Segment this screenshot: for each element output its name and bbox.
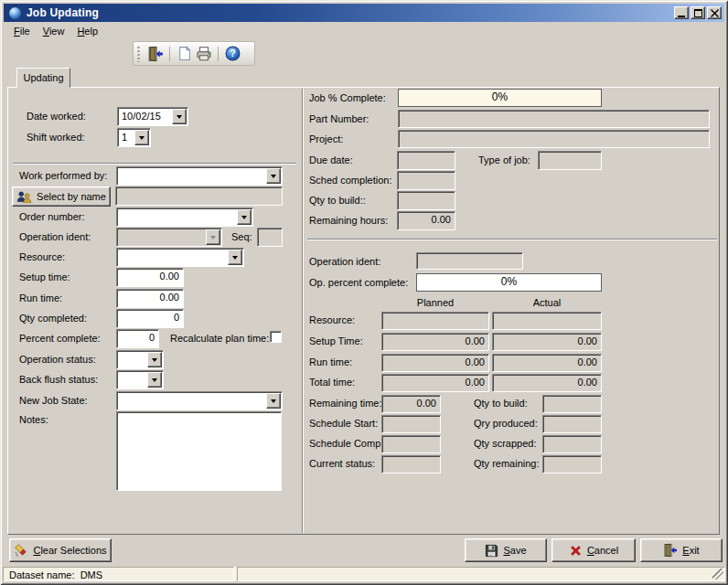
clear-selections-button[interactable]: Clear Selections bbox=[9, 538, 112, 562]
close-button[interactable] bbox=[707, 6, 722, 19]
work-performed-by-combo[interactable] bbox=[116, 166, 283, 186]
qty-to-build-field bbox=[397, 191, 455, 210]
printer-icon bbox=[196, 46, 212, 62]
exit-button[interactable]: Exit bbox=[640, 538, 723, 562]
chevron-down-icon[interactable] bbox=[237, 209, 252, 225]
save-button[interactable]: Save bbox=[465, 538, 547, 562]
setup-time-planned-field: 0.00 bbox=[381, 333, 489, 351]
seq-field bbox=[257, 228, 283, 247]
resource-actual-field bbox=[492, 312, 602, 330]
op-percent-complete-value: 0% bbox=[416, 273, 602, 292]
resource-combo[interactable] bbox=[116, 248, 244, 267]
chevron-down-icon[interactable] bbox=[266, 393, 281, 409]
percent-complete-field[interactable]: 0 bbox=[116, 329, 159, 348]
qry-produced-label: Qry produced: bbox=[474, 418, 538, 430]
exit-toolbar-button[interactable] bbox=[145, 44, 166, 64]
chevron-down-icon[interactable] bbox=[172, 109, 187, 124]
recalculate-plan-time-label: Recalculate plan time: bbox=[170, 333, 269, 345]
new-document-button[interactable] bbox=[174, 44, 194, 64]
order-number-combo[interactable] bbox=[116, 207, 253, 227]
cancel-x-icon bbox=[569, 544, 583, 558]
run-time-planned-field: 0.00 bbox=[381, 354, 489, 372]
chevron-down-icon[interactable] bbox=[147, 352, 162, 367]
actual-column-header: Actual bbox=[492, 297, 602, 309]
job-updating-window: Job Updating File View Help bbox=[0, 0, 728, 585]
run-time-actual-field: 0.00 bbox=[492, 354, 602, 372]
qty-scrapped-label: Qty scrapped: bbox=[474, 438, 536, 450]
help-icon: ? bbox=[225, 46, 241, 61]
run-time-label: Run time: bbox=[19, 292, 62, 304]
notes-textarea[interactable] bbox=[116, 411, 282, 491]
tab-updating[interactable]: Updating bbox=[16, 68, 70, 88]
operation-ident-label: Operation ident: bbox=[19, 231, 91, 243]
right-divider bbox=[307, 239, 717, 240]
shift-worked-combo[interactable]: 1 bbox=[117, 128, 151, 147]
total-time-label: Total time: bbox=[309, 377, 355, 388]
chevron-down-icon bbox=[206, 229, 220, 245]
date-worked-combo[interactable]: 10/02/15 bbox=[117, 107, 188, 126]
statusbar-dataset-panel: Dataset name: DMS bbox=[3, 567, 234, 581]
qty-completed-field[interactable]: 0 bbox=[116, 309, 184, 328]
print-button[interactable] bbox=[194, 44, 214, 64]
qty-to-build2-label: Qty to build: bbox=[474, 398, 528, 410]
recalculate-plan-time-checkbox[interactable] bbox=[270, 331, 282, 343]
new-document-icon bbox=[177, 46, 192, 61]
qty-remaining-field bbox=[542, 455, 602, 473]
schedule-start-field bbox=[381, 415, 441, 433]
type-of-job-field bbox=[538, 151, 602, 170]
qty-remaining-label: Qty remaining: bbox=[474, 458, 540, 470]
planned-column-header: Planned bbox=[381, 297, 489, 309]
operation-ident-combo bbox=[116, 228, 222, 247]
new-job-state-combo[interactable] bbox=[116, 391, 283, 410]
resource-planned-field bbox=[381, 312, 489, 330]
op-percent-complete-label: Op. percent complete: bbox=[309, 277, 408, 289]
schedule-comp-label: Schedule Comp: bbox=[309, 438, 383, 450]
maximize-icon bbox=[694, 9, 702, 17]
window-title: Job Updating bbox=[27, 6, 99, 19]
chevron-down-icon[interactable] bbox=[266, 168, 281, 184]
op-ident-field bbox=[416, 252, 523, 270]
op-ident-label: Operation ident: bbox=[309, 256, 380, 268]
order-number-label: Order number: bbox=[19, 211, 85, 223]
exit-door-icon bbox=[147, 46, 164, 62]
minimize-button[interactable] bbox=[674, 6, 689, 19]
sched-completion-field bbox=[397, 171, 455, 190]
operation-status-combo[interactable] bbox=[116, 350, 164, 369]
exit-door-icon bbox=[663, 543, 678, 558]
menu-file[interactable]: File bbox=[7, 24, 37, 38]
date-worked-label: Date worked: bbox=[27, 111, 86, 122]
app-icon bbox=[9, 7, 21, 19]
users-icon bbox=[16, 191, 32, 203]
run-time2-label: Run time: bbox=[309, 356, 352, 368]
resize-grip[interactable] bbox=[712, 569, 723, 580]
run-time-field[interactable]: 0.00 bbox=[116, 289, 184, 308]
schedule-start-label: Schedule Start: bbox=[309, 418, 378, 430]
chevron-down-icon[interactable] bbox=[134, 130, 149, 145]
toolbar-separator bbox=[169, 47, 170, 61]
toolbar-separator bbox=[218, 47, 219, 61]
remaining-hours-field: 0.00 bbox=[397, 211, 455, 230]
cancel-button[interactable]: Cancel bbox=[551, 538, 636, 562]
menubar: File View Help bbox=[4, 23, 724, 39]
setup-time2-label: Setup Time: bbox=[309, 335, 363, 347]
menu-help[interactable]: Help bbox=[70, 24, 104, 38]
chevron-down-icon[interactable] bbox=[228, 250, 242, 265]
select-by-name-button[interactable]: Select by name bbox=[12, 186, 111, 207]
qty-to-build2-field bbox=[542, 395, 602, 413]
menu-view[interactable]: View bbox=[37, 24, 71, 38]
work-performed-by-label: Work performed by: bbox=[19, 170, 107, 182]
qty-completed-label: Qty completed: bbox=[19, 313, 87, 324]
titlebar: Job Updating bbox=[4, 4, 724, 22]
setup-time-field[interactable]: 0.00 bbox=[116, 268, 184, 287]
project-label: Project: bbox=[309, 133, 343, 145]
job-percent-complete-label: Job % Complete: bbox=[309, 92, 386, 104]
due-date-label: Due date: bbox=[309, 154, 353, 166]
notes-label: Notes: bbox=[19, 414, 48, 426]
chevron-down-icon[interactable] bbox=[147, 372, 162, 388]
maximize-button[interactable] bbox=[691, 6, 705, 19]
back-flush-status-combo[interactable] bbox=[116, 370, 164, 389]
help-button[interactable]: ? bbox=[222, 44, 242, 64]
toolbar: ? bbox=[133, 41, 255, 66]
remaining-hours-label: Remaining hours: bbox=[309, 215, 388, 227]
toolbar-grip[interactable] bbox=[137, 46, 140, 62]
